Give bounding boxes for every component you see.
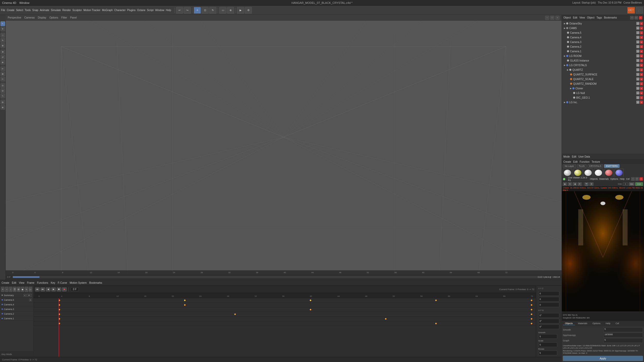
lock-icon[interactable]: ● (640, 96, 643, 99)
menu-sculptor[interactable]: Sculptor (72, 9, 82, 12)
lv-btn-close[interactable]: × (639, 177, 643, 181)
lock-icon[interactable]: ● (640, 54, 643, 57)
pp-tab-options[interactable]: Options (590, 322, 603, 325)
tl-menu-bookmarks[interactable]: Bookmarks (89, 281, 102, 284)
me-edit[interactable]: Edit (573, 160, 578, 163)
vis-icon[interactable]: ● (636, 96, 639, 99)
tool-camera-orbit[interactable]: ↺ (1, 55, 5, 59)
tl-rs-x[interactable]: 0 (538, 291, 560, 296)
tl-smooth-field[interactable]: 5 (538, 334, 557, 339)
userdata-btn[interactable]: User Data (578, 155, 590, 158)
vis-icon[interactable]: ● (636, 82, 639, 85)
tool-box[interactable]: □ (1, 33, 5, 38)
om-item-lgroom[interactable]: ▶ LG ROOM ● ● (562, 54, 644, 58)
tool-mirror[interactable]: ⊟ (1, 100, 5, 105)
om-item-lgcrystals[interactable]: ▶ LG CRYSTALS ● ● (562, 63, 644, 67)
vis-icon[interactable]: ● (636, 40, 639, 44)
tool-redo[interactable]: ↪ (184, 7, 191, 14)
menu-create[interactable]: Create (7, 9, 14, 12)
om-menu-edit[interactable]: Edit (573, 16, 577, 19)
tool-render-settings[interactable]: ⚙ (245, 7, 252, 14)
tl-rs-b[interactable]: 0° (538, 324, 560, 329)
tl-go-end[interactable]: ⏭ (40, 287, 45, 291)
lock-icon[interactable]: ● (640, 59, 643, 62)
om-item-cloner[interactable]: ▶ Cloner ● ● (562, 86, 644, 91)
om-item-camera4[interactable]: Camera.4 ● ● (562, 35, 644, 40)
tl-play-fwd[interactable]: ▶ (51, 287, 56, 291)
om-item-quartz[interactable]: ▶ QUARTZ ● ● (562, 67, 644, 72)
vis-icon[interactable]: ● (636, 22, 639, 25)
om-item-cams[interactable]: ▶ CAMS ● ● (562, 26, 644, 30)
menu-window2[interactable]: Window (155, 9, 164, 12)
tool-axis[interactable]: ⊕ (1, 105, 5, 110)
tool-camera-move[interactable]: 👁 (1, 50, 5, 54)
tl-rs-z[interactable]: 0 (538, 303, 560, 307)
tool-sculpt[interactable]: ⊙ (1, 83, 5, 88)
lv-cel-tab[interactable]: Cel (626, 178, 630, 180)
tool-weight[interactable]: ◎ (1, 88, 5, 93)
tool-render[interactable]: ▶ (237, 7, 244, 14)
vis-icon[interactable]: ● (636, 87, 639, 90)
menu-window[interactable]: Window (19, 1, 29, 4)
om-item-lgnull[interactable]: LG Null ● ● (562, 91, 644, 95)
om-item-octanesky[interactable]: ▶ OctaneSky ● ● (562, 21, 644, 26)
pp-tab-objects[interactable]: Objects (563, 322, 575, 325)
me-tab-nolayer[interactable]: No Layer (563, 164, 576, 168)
om-menu-object2[interactable]: Object (587, 16, 595, 19)
tl-go-start[interactable]: ⏮ (35, 287, 40, 291)
vp-menu-cameras[interactable]: Cameras (24, 16, 35, 19)
lock-icon[interactable]: ● (640, 27, 643, 30)
lv-btn-min[interactable]: − (631, 177, 635, 181)
om-menu-object[interactable]: Object (563, 16, 571, 19)
vis-icon[interactable]: ● (636, 50, 639, 53)
apply-button[interactable]: Apply (563, 356, 643, 361)
vp-ctrl-maximize[interactable]: □ (550, 16, 554, 20)
lv-settings-btn[interactable]: ⚙ (589, 182, 594, 186)
pp-rotate-value[interactable]: 5 (603, 338, 643, 343)
tool-rotate[interactable]: ↻ (209, 7, 216, 14)
tl-menu-view[interactable]: View (19, 281, 24, 284)
menu-mograph[interactable]: MoGraph (102, 9, 113, 12)
main-viewport[interactable]: 0 4 8 12 16 20 24 28 32 36 40 44 48 52 5… (6, 21, 562, 280)
om-btn-close[interactable]: × (639, 16, 642, 20)
lock-icon[interactable]: ● (640, 91, 643, 94)
tool-magnet[interactable]: ⊗ (1, 43, 5, 48)
menu-cinema4d[interactable]: Cinema 4D (2, 1, 16, 4)
vis-icon[interactable]: ● (636, 73, 639, 76)
tl-tool-expand[interactable]: ⊞ (17, 287, 20, 292)
tool-paint[interactable]: ✎ (1, 38, 5, 43)
om-item-bic-geo[interactable]: BIC_GEO.1 ● ● (562, 95, 644, 100)
menu-character[interactable]: Character (114, 9, 126, 12)
lock-icon[interactable]: ● (640, 68, 643, 71)
tl-rs-h[interactable]: 0° (538, 313, 560, 318)
lv-options-tab[interactable]: Options (610, 178, 618, 180)
tl-frame-num[interactable]: 0 F (71, 287, 79, 291)
om-item-quartz-surface[interactable]: QUARTZ_SURFACE ● ● (562, 72, 644, 77)
lock-icon[interactable]: ● (640, 36, 643, 39)
tool-select-live[interactable]: ⊕ (227, 7, 234, 14)
tool-spline[interactable]: ∿ (1, 93, 5, 98)
menu-simulate[interactable]: Simulate (51, 9, 61, 12)
tool-undo[interactable]: ↩ (176, 7, 183, 14)
lock-icon[interactable]: ● (640, 101, 643, 104)
lv-on-toggle[interactable]: On (629, 182, 634, 186)
lock-icon[interactable]: ● (640, 73, 643, 76)
menu-animate[interactable]: Animate (40, 9, 49, 12)
menu-plugins[interactable]: Plugins (127, 9, 135, 12)
tl-tool-remove[interactable]: − (5, 287, 8, 292)
pp-smooth-value[interactable]: 5 (603, 327, 643, 332)
frame-scrubber[interactable] (13, 276, 543, 278)
mat-lumll[interactable]: LUM_L... (573, 169, 582, 176)
om-item-glass-instance[interactable]: GLASS Instance ● ● (562, 58, 644, 63)
tl-play-back[interactable]: ◀ (46, 287, 50, 291)
lv-play-btn[interactable]: ▶ (563, 182, 567, 186)
lock-icon[interactable]: ● (640, 50, 643, 53)
menu-motion-tracker[interactable]: Motion Tracker (83, 9, 100, 12)
om-item-quartz-scale[interactable]: QUARTZ_SCALE ● ● (562, 77, 644, 81)
lock-icon[interactable]: ● (640, 31, 643, 34)
tl-menu-key[interactable]: Key (51, 281, 55, 284)
lv-render-canvas[interactable] (562, 191, 644, 312)
me-texture[interactable]: Texture (592, 160, 600, 163)
me-tab-tlus[interactable]: TLUS (577, 164, 587, 168)
lv-cnv-field[interactable]: 1 (623, 183, 628, 186)
